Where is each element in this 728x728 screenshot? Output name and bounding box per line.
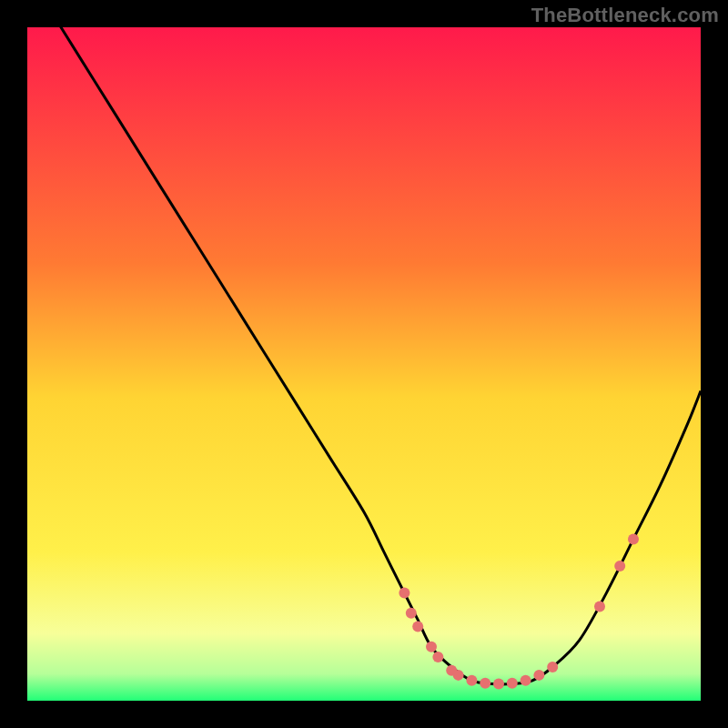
curve-marker bbox=[507, 678, 518, 689]
curve-marker bbox=[614, 561, 625, 571]
watermark-text: TheBottleneck.com bbox=[531, 4, 719, 27]
curve-marker bbox=[480, 678, 490, 689]
curve-marker bbox=[399, 588, 410, 599]
curve-marker bbox=[466, 675, 477, 686]
curve-marker bbox=[594, 601, 605, 612]
chart-container bbox=[27, 27, 701, 701]
curve-marker bbox=[432, 652, 443, 662]
curve-marker bbox=[406, 608, 417, 619]
gradient-background bbox=[27, 27, 701, 701]
curve-marker bbox=[521, 675, 531, 686]
curve-marker bbox=[426, 642, 437, 652]
curve-marker bbox=[533, 670, 544, 681]
curve-marker bbox=[628, 533, 639, 544]
curve-marker bbox=[493, 679, 504, 690]
curve-marker bbox=[412, 622, 423, 632]
curve-marker bbox=[453, 670, 464, 681]
curve-marker bbox=[547, 662, 558, 672]
chart-svg bbox=[27, 27, 701, 701]
